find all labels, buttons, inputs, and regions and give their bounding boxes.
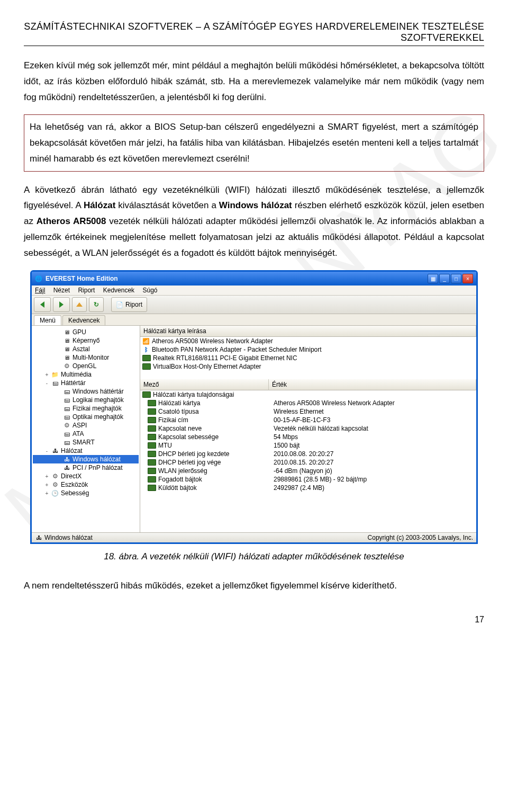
wifi-icon	[142, 337, 150, 345]
tree-item[interactable]: Windows hálózat	[33, 455, 139, 463]
property-row[interactable]: DHCP bérleti jog kezdete2010.08.08. 20:2…	[140, 450, 476, 458]
forward-button[interactable]	[53, 297, 70, 312]
up-icon	[76, 302, 83, 307]
mon-icon	[63, 337, 70, 344]
nic-icon	[148, 468, 156, 474]
expander-icon: +	[44, 482, 49, 488]
adapter-label: Realtek RTL8168/8111 PCI-E Gigabit Ether…	[153, 354, 297, 362]
refresh-button[interactable]	[89, 297, 104, 312]
window-title: EVEREST Home Edition	[46, 275, 424, 282]
tree-item[interactable]: -Hálózat	[33, 447, 139, 455]
property-row[interactable]: Csatoló típusaWireless Ethernet	[140, 407, 476, 416]
property-row[interactable]: Kapcsolat sebessége54 Mbps	[140, 433, 476, 441]
property-row[interactable]: Kapcsolat neveVezeték nélküli hálózati k…	[140, 424, 476, 433]
menu-report[interactable]: Riport	[78, 287, 95, 294]
property-key: WLAN jelerősség	[158, 467, 207, 475]
tree-item[interactable]: Multi-Monitor	[33, 353, 139, 362]
tree-item[interactable]: Optikai meghajtók	[33, 413, 139, 421]
tree-item[interactable]: +Multimédia	[33, 370, 139, 379]
clock-icon	[51, 489, 59, 497]
report-icon	[116, 301, 123, 308]
menu-help[interactable]: Súgó	[142, 287, 157, 294]
disk-icon	[51, 379, 59, 387]
tree-item[interactable]: Windows háttértár	[33, 387, 139, 396]
tree-item-label: Hálózat	[61, 447, 83, 454]
menu-favorites[interactable]: Kedvencek	[103, 287, 134, 294]
tree-item[interactable]: PCI / PnP hálózat	[33, 463, 139, 472]
tree-item[interactable]: ATA	[33, 430, 139, 438]
tree-item[interactable]: OpenGL	[33, 362, 139, 370]
tree-item-label: Háttértár	[61, 379, 86, 387]
property-key: DHCP bérleti jog kezdete	[158, 450, 230, 458]
net-icon	[63, 456, 70, 463]
tree-item[interactable]: Fizikai meghajtók	[33, 404, 139, 413]
highlight-box: Ha lehetőség van rá, akkor a BIOS Setup-…	[24, 114, 484, 171]
menu-file[interactable]: Fájl	[35, 287, 45, 294]
property-row[interactable]: WLAN jelerősség-64 dBm (Nagyon jó)	[140, 467, 476, 475]
tab-favorites[interactable]: Kedvencek	[62, 315, 105, 325]
property-key: Hálózati kártya	[158, 399, 200, 407]
property-row[interactable]: Küldött bájtok2492987 (2.4 MB)	[140, 484, 476, 492]
adapter-list-header: Hálózati kártya leírása	[140, 326, 476, 337]
property-key: Csatoló típusa	[158, 408, 199, 415]
fold-icon	[51, 371, 59, 378]
back-button[interactable]	[34, 297, 51, 312]
menu-view[interactable]: Nézet	[53, 287, 70, 294]
col-value[interactable]: Érték	[269, 379, 476, 390]
maximize-button[interactable]: □	[451, 274, 461, 283]
tree-item-label: Logikai meghajtók	[72, 396, 124, 404]
adapter-label: Bluetooth PAN Network Adapter - Packet S…	[152, 346, 322, 353]
property-key: DHCP bérleti jog vége	[158, 459, 221, 466]
tree-item-label: DirectX	[61, 472, 81, 480]
tree-item[interactable]: Asztal	[33, 345, 139, 353]
tree-item[interactable]: +Sebesség	[33, 489, 139, 497]
tree-item[interactable]: ASPI	[33, 421, 139, 430]
nic-icon	[142, 363, 151, 370]
property-row[interactable]: Fogadott bájtok29889861 (28.5 MB) - 92 b…	[140, 475, 476, 484]
adapter-row[interactable]: Bluetooth PAN Network Adapter - Packet S…	[140, 345, 476, 354]
adapter-row[interactable]: VirtualBox Host-Only Ethernet Adapter	[140, 362, 476, 371]
property-row[interactable]: MTU1500 bájt	[140, 441, 476, 450]
tree-item[interactable]: SMART	[33, 438, 139, 447]
report-button[interactable]: Riport	[111, 297, 147, 312]
page-header: SZÁMÍTÁSTECHNIKAI SZOFTVEREK – A SZÁMÍTÓ…	[24, 21, 484, 46]
minimize-button[interactable]: _	[439, 274, 450, 283]
mon-icon	[63, 328, 70, 336]
adapter-row[interactable]: Atheros AR5008 Wireless Network Adapter	[140, 337, 476, 345]
tree-pane[interactable]: GPUKépernyőAsztalMulti-MonitorOpenGL+Mul…	[32, 326, 140, 532]
details-pane: Hálózati kártya leírása Atheros AR5008 W…	[140, 326, 476, 532]
adapter-row[interactable]: Realtek RTL8168/8111 PCI-E Gigabit Ether…	[140, 354, 476, 362]
nic-icon	[148, 442, 156, 449]
property-row[interactable]: DHCP bérleti jog vége2010.08.15. 20:20:2…	[140, 458, 476, 467]
header-line-2: SZOFTVEREKKEL	[24, 32, 484, 43]
help-button[interactable]: ▦	[428, 274, 438, 283]
tree-item[interactable]: Képernyő	[33, 336, 139, 345]
expander-icon: -	[44, 448, 49, 454]
gear-icon	[51, 481, 59, 488]
property-row[interactable]: Fizikai cím00-15-AF-BE-1C-F3	[140, 416, 476, 424]
nic-icon	[148, 400, 156, 406]
nic-icon	[148, 485, 156, 491]
property-value	[266, 390, 476, 399]
tab-menu[interactable]: Menü	[34, 315, 61, 325]
tree-item-label: Multimédia	[61, 371, 92, 378]
up-button[interactable]	[72, 297, 87, 312]
tree-item-label: Optikai meghajtók	[72, 413, 123, 421]
tree-item[interactable]: Logikai meghajtók	[33, 396, 139, 404]
col-field[interactable]: Mező	[140, 379, 269, 390]
property-row[interactable]: Hálózati kártyaAtheros AR5008 Wireless N…	[140, 399, 476, 407]
close-button[interactable]: ×	[462, 274, 473, 283]
paragraph-2: A következő ábrán látható egy vezetéknél…	[24, 182, 484, 261]
col-adapter-desc[interactable]: Hálózati kártya leírása	[140, 326, 476, 336]
tree-item-label: Képernyő	[72, 337, 99, 344]
tree-item[interactable]: +DirectX	[33, 472, 139, 480]
tree-item[interactable]: +Eszközök	[33, 480, 139, 489]
tree-item[interactable]: GPU	[33, 328, 139, 336]
tree-item-label: Eszközök	[61, 481, 88, 488]
property-key: Kapcsolat sebessége	[158, 433, 219, 441]
status-text: Windows hálózat	[44, 534, 93, 541]
property-row[interactable]: Hálózati kártya tulajdonságai	[140, 390, 476, 399]
tree-item[interactable]: -Háttértár	[33, 379, 139, 387]
adapter-list: Atheros AR5008 Wireless Network AdapterB…	[140, 337, 476, 379]
gear-icon	[63, 422, 70, 429]
